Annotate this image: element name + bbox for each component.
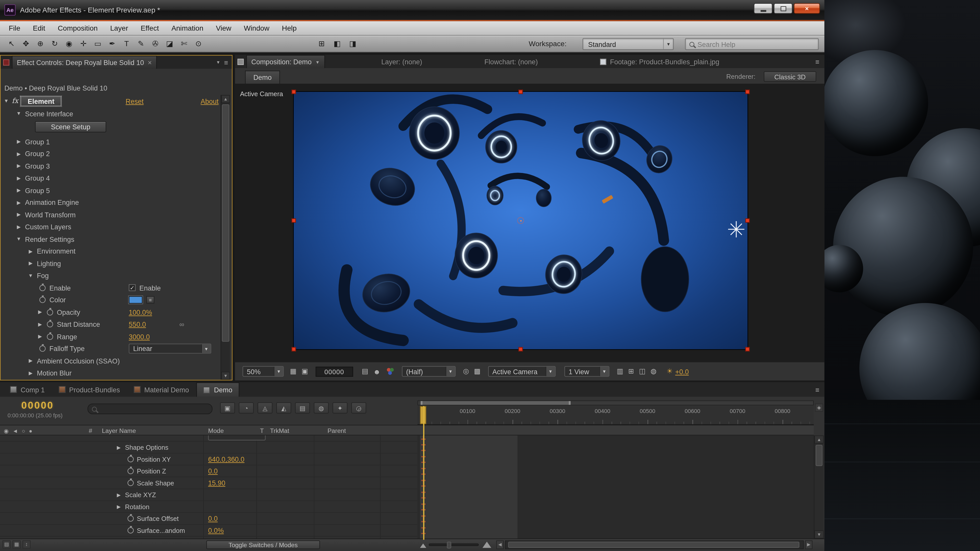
stopwatch-icon[interactable] [127, 468, 134, 474]
menu-item[interactable]: File [3, 21, 27, 35]
selection-handle[interactable] [291, 89, 296, 94]
motion-blur-icon[interactable]: ◍ [313, 402, 329, 413]
menu-item[interactable]: Window [238, 21, 275, 35]
property-value[interactable]: 100.0% [129, 308, 152, 316]
draft-3d-icon[interactable]: ◬ [258, 402, 272, 413]
lock-icon[interactable]: ● [29, 427, 32, 433]
snapshot-icon[interactable]: ▤ [362, 367, 368, 375]
help-search[interactable] [685, 38, 819, 50]
scrollbar-thumb[interactable] [222, 104, 229, 342]
twirl-icon[interactable]: ▶ [116, 445, 122, 450]
pen-tool[interactable]: ✒ [106, 38, 119, 50]
effect-controls-tab[interactable]: Effect Controls: Deep Royal Blue Solid 1… [12, 56, 157, 68]
scroll-down-icon[interactable]: ▼ [221, 372, 230, 380]
enable-checkbox[interactable]: ✓ [129, 284, 135, 291]
camera-view-dropdown[interactable]: Active Camera ▼ [488, 366, 555, 377]
tree-item[interactable]: ▶ Group 4 [0, 172, 213, 184]
property-row[interactable]: Position Z 0.0 [0, 465, 417, 477]
stopwatch-icon[interactable] [47, 333, 53, 340]
local-axis-mode[interactable]: ⊞ [315, 38, 328, 50]
twirl-icon[interactable]: ▼ [16, 111, 22, 116]
column-trkmat[interactable]: TrkMat [270, 427, 289, 434]
chevron-down-icon[interactable]: ▼ [216, 60, 220, 64]
twirl-icon[interactable]: ▶ [27, 261, 34, 266]
expand-layer-switches-icon[interactable]: ▤ [3, 540, 11, 548]
target-icon[interactable]: ◎ [463, 367, 469, 375]
about-link[interactable]: About [200, 97, 219, 105]
twirl-icon[interactable]: ▶ [16, 212, 22, 218]
menu-item[interactable]: Layer [104, 21, 134, 35]
timeline-button-icon[interactable]: ◫ [639, 367, 646, 375]
menu-item[interactable]: Composition [52, 21, 104, 35]
rotation-tool[interactable]: ↻ [48, 38, 61, 50]
view-axis-mode[interactable]: ◨ [346, 38, 360, 50]
property-row[interactable]: Surface...andom 0.0% [0, 525, 417, 537]
scroll-right-icon[interactable]: ▶ [805, 540, 812, 549]
menu-item[interactable]: Edit [27, 21, 52, 35]
property-row[interactable]: ▶ Scale XYZ [0, 489, 417, 501]
zoom-in-icon[interactable] [483, 541, 491, 548]
twirl-icon[interactable]: ▶ [116, 492, 122, 498]
selection-handle[interactable] [518, 347, 523, 351]
panel-menu-icon[interactable]: ≡ [815, 386, 819, 393]
show-snapshot-icon[interactable]: ☻ [373, 368, 380, 375]
twirl-icon[interactable]: ▶ [37, 333, 43, 339]
work-area-bar[interactable] [421, 401, 571, 405]
stopwatch-icon[interactable] [127, 456, 134, 462]
roto-brush-tool[interactable]: ✄ [178, 38, 191, 50]
twirl-icon[interactable]: ▶ [16, 176, 22, 181]
frame-blend-icon[interactable]: ▤ [295, 402, 310, 413]
pan-behind-tool[interactable]: ✛ [77, 38, 90, 50]
selection-handle[interactable] [745, 89, 749, 94]
menu-item[interactable]: Effect [135, 21, 165, 35]
renderer-button[interactable]: Classic 3D [764, 71, 816, 82]
property-value[interactable]: 0.0 [208, 515, 218, 522]
comp-canvas[interactable] [294, 92, 748, 349]
timeline-search-input[interactable] [100, 405, 194, 413]
column-mode[interactable]: Mode [208, 427, 224, 434]
scroll-left-icon[interactable]: ◀ [496, 540, 504, 549]
close-button[interactable]: × [794, 3, 820, 14]
stopwatch-icon[interactable] [47, 309, 53, 315]
selection-handle[interactable] [745, 347, 749, 351]
menu-item[interactable]: Help [275, 21, 303, 35]
popup-field[interactable] [208, 435, 266, 441]
region-of-interest-icon[interactable]: ▣ [301, 367, 308, 375]
world-axis-mode[interactable]: ◧ [331, 38, 344, 50]
timeline-tab-product-bundles[interactable]: Product-Bundles [52, 383, 126, 397]
menu-item[interactable]: Animation [165, 21, 210, 35]
panel-menu-icon[interactable]: ≡ [224, 59, 228, 66]
twirl-icon[interactable]: ▶ [16, 139, 22, 144]
transparency-grid-icon[interactable]: ▩ [474, 367, 480, 375]
work-area-track[interactable] [417, 400, 814, 406]
stopwatch-icon[interactable] [127, 515, 134, 521]
solo-icon[interactable]: ○ [22, 427, 25, 433]
graph-editor-icon[interactable]: ◶ [351, 402, 366, 413]
tree-item[interactable]: ▶ Group 3 [0, 160, 213, 172]
exposure-value[interactable]: +0.0 [675, 368, 689, 375]
stopwatch-icon[interactable] [127, 527, 134, 534]
menu-item[interactable]: View [210, 21, 238, 35]
twirl-icon[interactable]: ▶ [16, 151, 22, 157]
tree-item[interactable]: ▶ Group 5 [0, 184, 213, 197]
tree-item[interactable]: ▶ Group 2 [0, 148, 213, 160]
selection-handle[interactable] [291, 347, 296, 351]
twirl-icon[interactable]: ▶ [116, 504, 122, 510]
flowchart-tab[interactable]: Flowchart: (none) [484, 58, 538, 65]
time-ruler-area[interactable]: 0010000200003000040000500006000070000800 [417, 397, 814, 425]
tree-item[interactable]: ▶ Custom Layers [0, 221, 213, 233]
column-parent[interactable]: Parent [328, 427, 346, 434]
expand-transfer-controls-icon[interactable]: ▦ [13, 540, 21, 548]
column-layer-name[interactable]: Layer Name [102, 427, 136, 434]
tree-item-scene-interface[interactable]: ▼ Scene Interface [16, 107, 73, 120]
layer-tab[interactable]: Layer: (none) [381, 58, 422, 65]
comp-mini-flowchart-icon[interactable]: ▣ [220, 402, 235, 413]
scroll-up-icon[interactable]: ▲ [815, 435, 824, 444]
restore-button[interactable] [774, 3, 792, 14]
property-row[interactable]: ▶ Shape Options [0, 441, 417, 454]
audio-icon[interactable]: ◄ [13, 427, 18, 433]
type-tool[interactable]: T [120, 38, 133, 50]
resolution-dropdown[interactable]: (Half) ▼ [402, 366, 455, 377]
timeline-tab-material-demo[interactable]: Material Demo [127, 383, 195, 397]
footage-tab[interactable]: Footage: Product-Bundles_plain.jpg [610, 58, 719, 65]
